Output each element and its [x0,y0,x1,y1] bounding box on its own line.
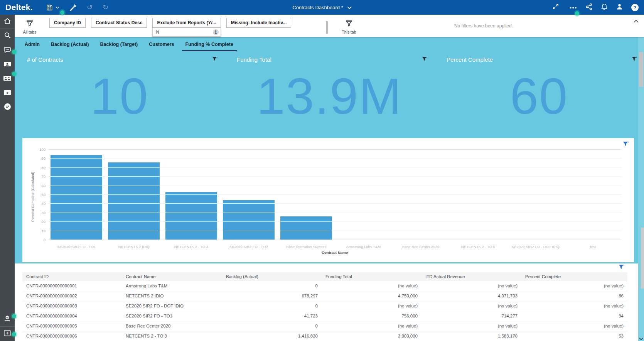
column-header-funding-total[interactable]: Funding Total [322,272,421,281]
gridline [48,203,622,204]
kpi-value: 10 [15,68,224,124]
x-axis-labels: SE2020 SIR2 FO - TO1NETCENTS 2 IDIQNETCE… [48,245,622,249]
save-chevron-down-icon [56,6,59,9]
sidebar-item-home[interactable] [0,15,15,29]
tab-funding-complete[interactable]: Funding % Complete [185,37,233,51]
save-button[interactable] [46,4,59,11]
bar-slot [392,150,450,240]
expand-icon[interactable] [552,3,559,12]
bar-se2020-sir2-fo-to1[interactable] [51,155,102,240]
walkme-beacon[interactable] [12,50,16,54]
x-tick-label: Base Operation Support [277,245,335,249]
sidebar-item-my-content[interactable] [0,57,15,72]
table-row[interactable]: CNTR-000000000000006NETCENTS 2 - TO 31,4… [22,331,627,341]
gridline [48,213,622,213]
kpi-filter-icon[interactable] [212,56,217,63]
table-cell: (no value) [421,281,521,291]
user-profile-icon[interactable] [616,3,623,12]
tab-admin[interactable]: Admin [25,37,40,51]
column-header-contract-id[interactable]: Contract ID [22,272,122,281]
table-cell: 756,000 [322,311,421,321]
column-header-percent-complete[interactable]: Percent Complete [521,272,627,281]
bar-netcents-2-idiq[interactable] [108,162,160,240]
bar-chart-card: Percent Complete (Calculated) SE2020 SIR… [22,138,634,262]
walkme-beacon[interactable] [12,314,16,318]
filter-chip-value-row[interactable]: N 1 [152,28,221,37]
filter-chip-exclude-from-reports[interactable]: Exclude from Reports (Y/... N 1 [152,18,221,37]
tab-backlog-actual[interactable]: Backlog (Actual) [51,37,89,51]
scrollbar-thumb[interactable] [639,52,643,87]
table-row[interactable]: CNTR-000000000000003SE2020 SIR2 FO - DOT… [22,301,627,311]
table-header: Contract IDContract NameBacklog (Actual)… [22,272,627,281]
bar-slot [450,150,507,240]
table-row[interactable]: CNTR-000000000000002NETCENTS 2 IDIQ678,2… [22,291,627,301]
walkme-beacon[interactable] [12,72,16,76]
filter-chip-company-id[interactable]: Company ID [49,18,86,28]
filter-chip-missing-include-inactive[interactable]: Missing: Include Inactiv... [226,18,291,28]
bar-netcents-2-to-3[interactable] [165,192,217,240]
this-tab-filter-button[interactable]: This tab [334,15,364,37]
walkme-beacon[interactable] [575,11,579,15]
table-filter-icon[interactable] [619,264,624,272]
bar-base-operation-support[interactable] [280,216,332,240]
walkme-beacon[interactable] [12,332,16,336]
bar-chart: Percent Complete (Calculated) SE2020 SIR… [28,143,625,260]
table-row[interactable]: CNTR-000000000000005Base Rec Center 2020… [22,321,627,331]
folder-user-icon [3,61,11,69]
tab-customers[interactable]: Customers [149,37,174,51]
gridline [48,176,622,177]
x-tick-label: SE2020 SIR2 FO - TO2 [220,245,277,249]
table-cell: 3,000,000 [322,331,421,341]
filter-chip-contract-status[interactable]: Contract Status Desc [91,18,147,28]
all-tabs-filter-button[interactable]: All tabs [15,15,45,37]
title-chevron-down-icon [347,5,352,10]
dashboard-tabs: AdminBacklog (Actual)Backlog (Target)Cus… [15,37,644,51]
dashboard-title-menu[interactable]: Contracts Dashboard * [292,5,352,10]
table-cell: 678,297 [222,291,322,301]
table-cell: NETCENTS 2 - TO 3 [122,331,222,341]
share-icon[interactable] [585,3,593,12]
folder-star-icon: ★ [3,89,11,97]
gridline [48,167,622,168]
y-tick-label: 90 [32,156,46,160]
table-cell: Base Rec Center 2020 [122,321,222,331]
table-cell: 94 [521,311,627,321]
svg-text:★: ★ [6,91,9,95]
table-row[interactable]: CNTR-000000000000001Armstrong Labs T&M0(… [22,281,627,291]
kpi-filter-icon[interactable] [632,56,637,63]
edit-pencil-button[interactable] [69,4,77,11]
collapse-filterbar-button[interactable] [632,17,640,25]
save-icon [46,4,53,11]
table-row[interactable]: CNTR-000000000000004SE2020 SIR2 FO - TO1… [22,311,627,321]
pencil-icon [69,4,77,11]
notifications-bell-icon[interactable] [601,3,608,12]
walkme-beacon[interactable] [60,10,64,15]
column-header-itd-actual-revenue[interactable]: ITD Actual Revenue [421,272,521,281]
table-cell: CNTR-000000000000006 [22,331,122,341]
vertical-scrollbar[interactable] [638,37,644,341]
outer-scrollbar-thumb[interactable] [641,228,644,289]
sidebar-item-favorites[interactable]: ★ [0,86,15,100]
y-tick-label: 70 [32,174,46,179]
redo-button[interactable]: ↻ [103,4,108,11]
scrollbar-down-arrow[interactable] [638,338,644,340]
column-header-contract-name[interactable]: Contract Name [122,272,222,281]
bar-se2020-sir2-fo-to2[interactable] [223,200,275,240]
kpi-title: Funding Total [237,56,271,63]
sidebar-item-search[interactable] [0,29,15,43]
help-icon[interactable]: ? [631,4,639,11]
table-cell: (no value) [421,301,521,311]
y-tick-label: 60 [32,184,46,188]
all-tabs-label: All tabs [23,30,36,34]
undo-button[interactable]: ↺ [87,4,93,11]
kpi-filter-icon[interactable] [422,56,427,63]
x-tick-label: NETCENTS 2 IDIQ [105,245,163,249]
gridline [48,186,622,186]
column-header-backlog-actual[interactable]: Backlog (Actual) [222,272,322,281]
kpi-percent-complete: Percent Complete 60 [434,51,644,137]
overflow-menu-icon[interactable]: ••• [570,5,577,10]
tab-backlog-target[interactable]: Backlog (Target) [100,37,138,51]
sidebar-item-tasks[interactable] [0,100,15,115]
x-tick-label: Base Rec Center 2020 [392,245,450,249]
table-body: CNTR-000000000000001Armstrong Labs T&M0(… [22,281,627,341]
